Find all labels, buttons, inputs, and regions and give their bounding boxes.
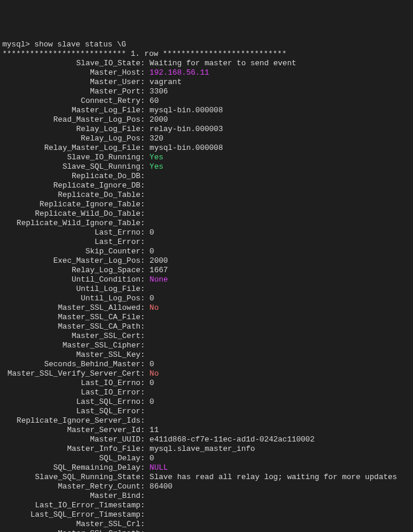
field-value: 192.168.56.11 (150, 68, 209, 77)
status-field-row: Relay_Master_Log_File: mysql-bin.000008 (2, 143, 411, 153)
status-field-row: Master_Host: 192.168.56.11 (2, 68, 411, 78)
field-label: SQL_Remaining_Delay (2, 463, 140, 473)
status-field-row: Replicate_Ignore_DB: (2, 181, 411, 190)
status-field-row: Slave_SQL_Running_State: Slave has read … (2, 473, 411, 482)
field-label: Read_Master_Log_Pos (2, 115, 140, 125)
field-label: Master_Host (2, 68, 140, 78)
field-label: Master_SSL_Verify_Server_Cert (2, 369, 140, 379)
status-field-row: Last_IO_Error: (2, 388, 411, 397)
field-label: Last_IO_Error (2, 388, 140, 397)
field-label: Slave_SQL_Running (2, 162, 140, 172)
status-field-row: Until_Log_File: (2, 285, 411, 294)
field-label: Until_Condition (2, 275, 140, 285)
status-field-row: Seconds_Behind_Master: 0 (2, 360, 411, 369)
status-field-row: Master_Server_Id: 11 (2, 426, 411, 435)
status-field-row: Master_SSL_Cipher: (2, 341, 411, 350)
status-field-row: Master_User: vagrant (2, 78, 411, 87)
field-label: Skip_Counter (2, 247, 140, 256)
status-field-row: Master_SSL_Verify_Server_Cert: No (2, 369, 411, 379)
field-value: 86400 (150, 482, 173, 491)
field-label: Master_SSL_Crl (2, 520, 140, 529)
field-label: Master_SSL_CA_Path (2, 322, 140, 332)
status-field-row: Master_SSL_Crl: (2, 520, 411, 529)
status-field-row: Last_IO_Error_Timestamp: (2, 501, 411, 510)
status-field-row: Replicate_Do_Table: (2, 190, 411, 200)
status-fields: Slave_IO_State: Waiting for master to se… (2, 59, 411, 532)
field-label: Last_IO_Error_Timestamp (2, 501, 140, 510)
status-field-row: Replicate_Wild_Ignore_Table: (2, 219, 411, 228)
mysql-prompt: mysql> show slave status \G (2, 40, 411, 49)
field-label: Master_UUID (2, 435, 140, 444)
field-value: Yes (150, 153, 163, 162)
status-field-row: Replicate_Ignore_Server_Ids: (2, 416, 411, 426)
status-field-row: SQL_Remaining_Delay: NULL (2, 463, 411, 473)
field-label: SQL_Delay (2, 454, 140, 463)
status-field-row: Replicate_Do_DB: (2, 172, 411, 181)
field-label: Seconds_Behind_Master (2, 360, 140, 369)
status-field-row: Exec_Master_Log_Pos: 2000 (2, 256, 411, 266)
field-label: Relay_Master_Log_File (2, 143, 140, 153)
field-value: 60 (150, 96, 159, 105)
field-label: Master_Port (2, 87, 140, 96)
field-value: 320 (150, 134, 163, 143)
field-value: 0 (150, 397, 155, 406)
field-label: Until_Log_Pos (2, 294, 140, 303)
field-label: Replicate_Do_DB (2, 172, 140, 181)
field-label: Relay_Log_Pos (2, 134, 140, 143)
status-field-row: Master_SSL_Allowed: No (2, 303, 411, 313)
field-label: Master_SSL_Key (2, 350, 140, 360)
field-label: Last_Error (2, 237, 140, 247)
field-label: Master_SSL_Crlpath (2, 529, 140, 532)
field-value: mysql-bin.000008 (150, 143, 223, 152)
status-field-row: Master_Bind: (2, 491, 411, 501)
field-value: mysql.slave_master_info (150, 444, 255, 453)
field-label: Master_Info_File (2, 444, 140, 454)
field-label: Replicate_Ignore_Table (2, 200, 140, 209)
status-field-row: SQL_Delay: 0 (2, 454, 411, 463)
field-label: Master_Log_File (2, 106, 140, 115)
terminal-output: mysql> show slave status \G*************… (2, 40, 411, 532)
field-label: Master_SSL_CA_File (2, 313, 140, 322)
status-field-row: Master_Retry_Count: 86400 (2, 482, 411, 491)
status-field-row: Master_SSL_Crlpath: (2, 529, 411, 532)
status-field-row: Replicate_Wild_Do_Table: (2, 209, 411, 219)
field-label: Until_Log_File (2, 285, 140, 294)
status-field-row: Replicate_Ignore_Table: (2, 200, 411, 209)
status-field-row: Master_SSL_CA_File: (2, 313, 411, 322)
status-field-row: Last_IO_Errno: 0 (2, 379, 411, 388)
field-value: relay-bin.000003 (150, 125, 223, 133)
field-label: Last_SQL_Error (2, 407, 140, 416)
field-label: Last_IO_Errno (2, 379, 140, 388)
field-label: Master_SSL_Cipher (2, 341, 140, 350)
field-label: Last_SQL_Errno (2, 397, 140, 407)
field-label: Slave_SQL_Running_State (2, 473, 140, 482)
status-field-row: Relay_Log_File: relay-bin.000003 (2, 125, 411, 134)
field-value: 2000 (150, 115, 168, 124)
field-label: Master_Bind (2, 491, 140, 501)
status-field-row: Last_SQL_Error_Timestamp: (2, 510, 411, 520)
status-field-row: Master_Port: 3306 (2, 87, 411, 96)
status-field-row: Relay_Log_Pos: 320 (2, 134, 411, 143)
status-field-row: Until_Condition: None (2, 275, 411, 285)
field-label: Exec_Master_Log_Pos (2, 256, 140, 266)
field-label: Master_User (2, 78, 140, 87)
field-value: 0 (150, 294, 155, 303)
field-value: mysql-bin.000008 (150, 106, 223, 115)
status-field-row: Last_SQL_Errno: 0 (2, 397, 411, 407)
field-label: Replicate_Wild_Do_Table (2, 209, 140, 219)
status-field-row: Read_Master_Log_Pos: 2000 (2, 115, 411, 125)
status-field-row: Last_Errno: 0 (2, 228, 411, 237)
status-field-row: Master_Info_File: mysql.slave_master_inf… (2, 444, 411, 454)
field-value: 1667 (150, 266, 168, 275)
field-label: Relay_Log_File (2, 125, 140, 134)
field-label: Relay_Log_Space (2, 266, 140, 275)
field-label: Last_SQL_Error_Timestamp (2, 510, 140, 520)
field-value: Slave has read all relay log; waiting fo… (150, 473, 397, 481)
field-label: Master_SSL_Allowed (2, 303, 140, 313)
field-value: 0 (150, 360, 155, 369)
field-label: Master_Server_Id (2, 426, 140, 435)
status-field-row: Master_UUID: e411d868-cf7e-11ec-ad1d-024… (2, 435, 411, 444)
status-field-row: Slave_SQL_Running: Yes (2, 162, 411, 172)
status-field-row: Slave_IO_State: Waiting for master to se… (2, 59, 411, 68)
field-label: Last_Errno (2, 228, 140, 237)
